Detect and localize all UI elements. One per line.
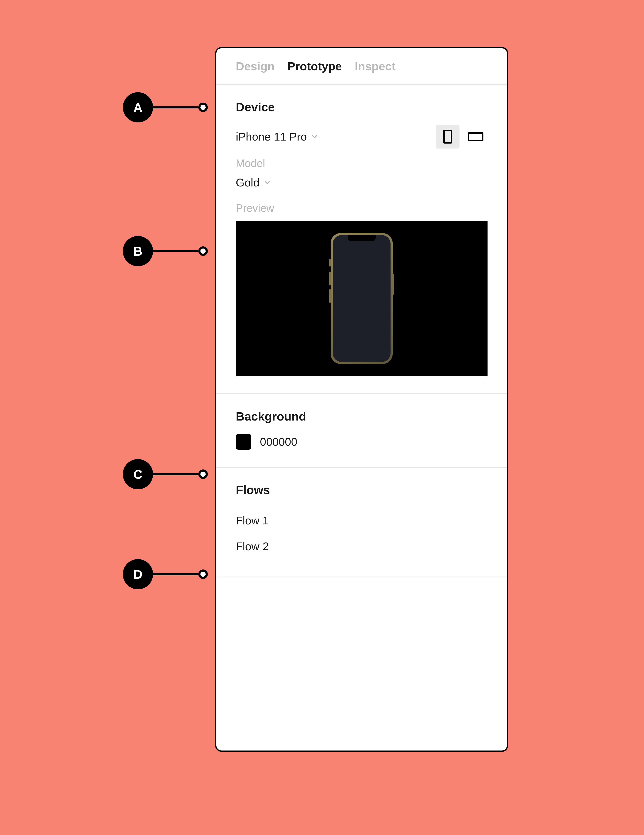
tab-inspect[interactable]: Inspect bbox=[355, 60, 396, 73]
phone-notch bbox=[348, 235, 376, 241]
annotation-dot bbox=[198, 469, 208, 479]
annotation-line bbox=[153, 250, 198, 252]
flows-section: Flows Flow 1 Flow 2 bbox=[216, 468, 507, 577]
annotation-dot bbox=[198, 569, 208, 579]
annotation-b: B bbox=[123, 236, 208, 266]
device-heading: Device bbox=[236, 100, 488, 114]
panel-tabs: Design Prototype Inspect bbox=[216, 48, 507, 85]
orientation-landscape-button[interactable] bbox=[464, 125, 488, 148]
chevron-down-icon bbox=[311, 133, 318, 141]
annotation-dot bbox=[198, 102, 208, 112]
landscape-icon bbox=[468, 132, 483, 141]
phone-side-button bbox=[329, 259, 331, 266]
device-section: Device iPhone 11 Pro Model bbox=[216, 85, 507, 394]
orientation-portrait-button[interactable] bbox=[436, 125, 459, 148]
tab-prototype[interactable]: Prototype bbox=[287, 60, 342, 73]
color-swatch[interactable] bbox=[236, 434, 251, 450]
annotation-badge: A bbox=[123, 92, 153, 122]
device-preview bbox=[236, 221, 488, 376]
background-hex-value: 000000 bbox=[260, 435, 297, 448]
flows-heading: Flows bbox=[236, 483, 488, 497]
device-name: iPhone 11 Pro bbox=[236, 130, 307, 143]
background-section: Background 000000 bbox=[216, 394, 507, 468]
annotation-a: A bbox=[123, 92, 208, 122]
annotation-c: C bbox=[123, 459, 208, 489]
phone-side-button bbox=[329, 272, 331, 286]
model-value: Gold bbox=[236, 176, 260, 189]
flow-item[interactable]: Flow 1 bbox=[236, 508, 488, 533]
annotation-dot bbox=[198, 246, 208, 256]
annotation-line bbox=[153, 106, 198, 109]
prototype-panel: Design Prototype Inspect Device iPhone 1… bbox=[215, 47, 508, 752]
portrait-icon bbox=[443, 130, 452, 143]
annotation-badge: B bbox=[123, 236, 153, 266]
background-color-row[interactable]: 000000 bbox=[236, 434, 488, 450]
device-select[interactable]: iPhone 11 Pro bbox=[236, 130, 318, 143]
phone-side-button bbox=[329, 289, 331, 303]
annotation-line bbox=[153, 473, 198, 475]
preview-label: Preview bbox=[236, 202, 488, 214]
background-heading: Background bbox=[236, 409, 488, 423]
orientation-toggle bbox=[436, 125, 488, 148]
flow-item[interactable]: Flow 2 bbox=[236, 533, 488, 559]
tab-design[interactable]: Design bbox=[236, 60, 274, 73]
model-label: Model bbox=[236, 157, 488, 170]
phone-screen bbox=[333, 235, 391, 362]
annotation-line bbox=[153, 573, 198, 575]
annotation-d: D bbox=[123, 559, 208, 589]
chevron-down-icon bbox=[263, 179, 271, 187]
model-select[interactable]: Gold bbox=[236, 176, 488, 189]
annotation-badge: C bbox=[123, 459, 153, 489]
phone-frame bbox=[331, 233, 393, 364]
annotation-badge: D bbox=[123, 559, 153, 589]
phone-side-button bbox=[393, 274, 394, 295]
